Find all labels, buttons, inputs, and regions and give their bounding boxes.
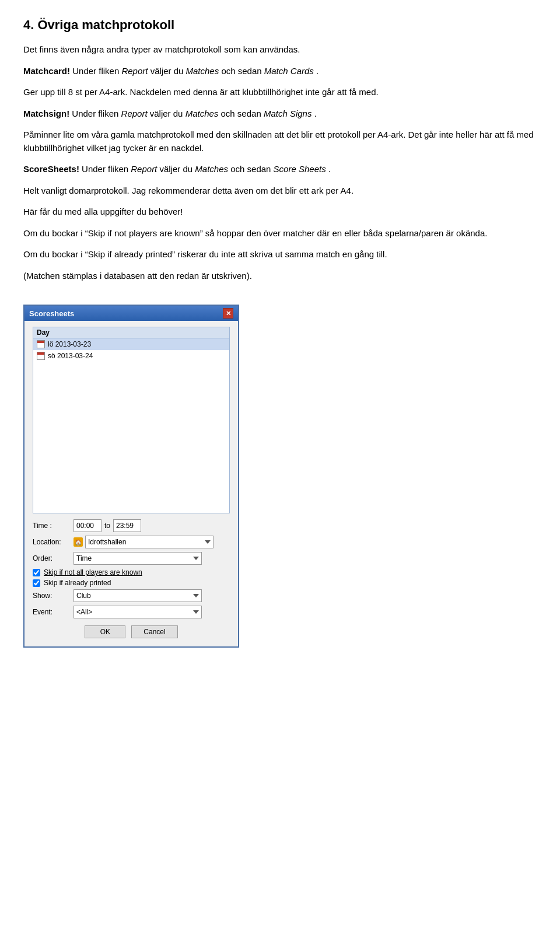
time-to-label: to [104, 522, 110, 530]
matchsign-para: Matchsign! Under fliken Report väljer du… [23, 107, 537, 121]
time-row: Time : to [33, 519, 230, 532]
form-section: Time : to Location: 🏠 Idrottshallen Orde… [33, 519, 230, 618]
order-label: Order: [33, 554, 74, 562]
intro-text: Det finns även några andra typer av matc… [23, 43, 537, 57]
day-label: sö 2013-03-24 [48, 352, 93, 360]
page-heading: 4. Övriga matchprotokoll [23, 18, 537, 33]
event-row: Event: <All> [33, 606, 230, 618]
matchsign-sub-text: Påminner lite om våra gamla matchprotoko… [23, 128, 537, 155]
calendar-icon [37, 352, 45, 360]
time-to-input[interactable] [113, 519, 141, 532]
location-select[interactable]: Idrottshallen [85, 536, 214, 548]
scoresheets-p5: (Matchen stämplas i databasen att den re… [23, 270, 537, 283]
skip-already-printed-checkbox[interactable] [33, 579, 40, 587]
day-list-item[interactable]: lö 2013-03-23 [33, 338, 229, 350]
scoresheets-p1: Helt vanligt domarprotokoll. Jag rekomme… [23, 184, 537, 198]
scoresheets-p4: Om du bockar i “Skip if already printed”… [23, 248, 537, 261]
checkbox1-label: Skip if not all players are known [44, 568, 142, 576]
scoresheets-p3: Om du bockar i “Skip if not players are … [23, 227, 537, 240]
day-list-item[interactable]: sö 2013-03-24 [33, 350, 229, 362]
show-row: Show: ClubNationNone [33, 589, 230, 602]
day-label: lö 2013-03-23 [48, 340, 91, 348]
show-label: Show: [33, 592, 74, 600]
skip-not-known-checkbox[interactable] [33, 569, 40, 576]
event-label: Event: [33, 608, 74, 616]
dialog-close-button[interactable]: ✕ [223, 308, 233, 319]
location-row: Location: 🏠 Idrottshallen [33, 536, 230, 548]
location-icon: 🏠 [74, 537, 83, 547]
day-list: lö 2013-03-23sö 2013-03-24 [33, 338, 230, 513]
dialog-body: Day lö 2013-03-23sö 2013-03-24 Time : to… [24, 321, 238, 646]
cancel-button[interactable]: Cancel [131, 625, 177, 638]
buttons-row: OK Cancel [33, 625, 230, 638]
location-select-wrapper: 🏠 Idrottshallen [74, 536, 230, 548]
checkbox2-row: Skip if already printed [33, 579, 230, 587]
event-select[interactable]: <All> [74, 606, 202, 618]
order-select[interactable]: TimeCourtMatch number [74, 552, 202, 565]
scoresheets-para: ScoreSheets! Under fliken Report väljer … [23, 163, 537, 176]
matchcard-label: Matchcard! [23, 66, 70, 76]
location-label: Location: [33, 538, 74, 546]
dialog-titlebar: Scoresheets ✕ [24, 306, 238, 321]
day-column-header: Day [33, 327, 230, 338]
scoresheets-dialog: Scoresheets ✕ Day lö 2013-03-23sö 2013-0… [23, 305, 239, 648]
time-from-input[interactable] [74, 519, 102, 532]
checkbox1-row: Skip if not all players are known [33, 568, 230, 576]
show-select[interactable]: ClubNationNone [74, 589, 202, 602]
time-label: Time : [33, 522, 74, 530]
scoresheets-label: ScoreSheets! [23, 164, 79, 174]
scoresheets-p2: Här får du med alla uppgifter du behöver… [23, 205, 537, 219]
matchsign-label: Matchsign! [23, 109, 69, 118]
matchcard-para: Matchcard! Under fliken Report väljer du… [23, 65, 537, 78]
matchcard-sub-text: Ger upp till 8 st per A4-ark. Nackdelen … [23, 86, 537, 99]
checkbox2-label: Skip if already printed [44, 579, 111, 587]
dialog-title: Scoresheets [29, 309, 74, 318]
calendar-icon [37, 340, 45, 348]
order-row: Order: TimeCourtMatch number [33, 552, 230, 565]
ok-button[interactable]: OK [85, 625, 125, 638]
